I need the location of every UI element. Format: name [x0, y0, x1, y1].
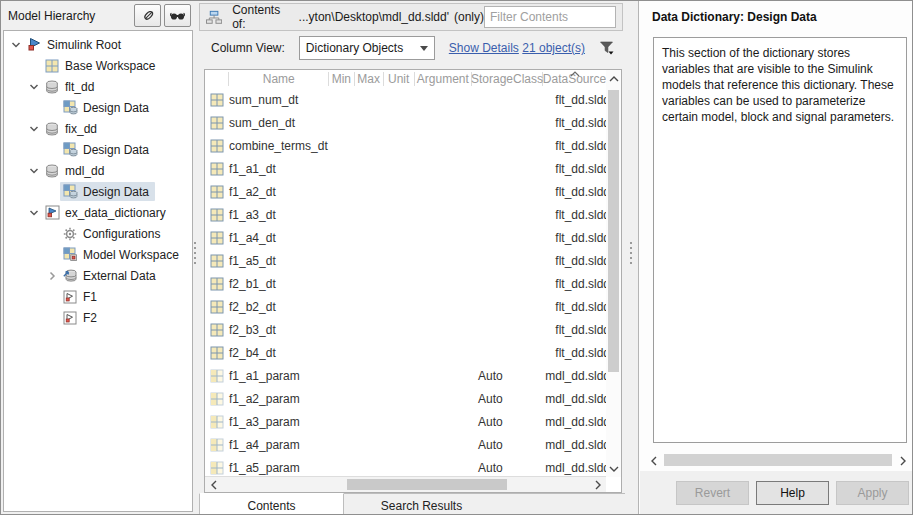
column-header-storageclass[interactable]: StorageClass [472, 72, 543, 86]
scroll-up-icon[interactable] [607, 72, 620, 85]
cell-argument [416, 318, 474, 341]
cell-name: combine_terms_dt [229, 134, 331, 157]
column-header-name[interactable]: Name [229, 72, 329, 86]
chevron-down-icon [420, 46, 428, 51]
tree-item-design-data[interactable]: Design Data [4, 181, 192, 202]
panel-title: Model Hierarchy [8, 9, 131, 23]
table-horizontal-scrollbar[interactable] [205, 476, 606, 492]
column-header-max[interactable]: Max [355, 72, 384, 86]
tree-item-flt-dd[interactable]: flt_dd [4, 76, 192, 97]
tree-item-configurations[interactable]: Configurations [4, 223, 192, 244]
scroll-left-icon[interactable] [207, 478, 220, 491]
gear-icon [62, 226, 78, 242]
cell-max [356, 272, 385, 295]
cell-min [331, 410, 356, 433]
cell-datasource: flt_dd.sldd [548, 157, 606, 180]
tree-item-f1[interactable]: F1 [4, 286, 192, 307]
cell-max [356, 456, 385, 477]
vertical-scroll-thumb[interactable] [608, 90, 619, 372]
table-row[interactable]: sum_num_dtflt_dd.sldd [205, 88, 606, 111]
row-icon-cell [205, 456, 229, 477]
tree-item-ex-data-dictionary[interactable]: ex_data_dictionary [4, 202, 192, 223]
tree-item-model-workspace[interactable]: Model Workspace [4, 244, 192, 265]
chevron-right-icon[interactable] [44, 268, 60, 284]
cell-min [331, 295, 356, 318]
scroll-down-icon[interactable] [607, 462, 620, 475]
cell-max [356, 203, 385, 226]
table-row[interactable]: f2_b1_dtflt_dd.sldd [205, 272, 606, 295]
tree-item-design-data[interactable]: Design Data [4, 139, 192, 160]
tree-item-design-data[interactable]: Design Data [4, 97, 192, 118]
cell-unit [385, 410, 416, 433]
horizontal-scroll-thumb[interactable] [347, 479, 507, 490]
revert-button[interactable]: Revert [676, 481, 749, 505]
cell-name: f1_a2_param [229, 387, 331, 410]
table-row[interactable]: f2_b4_dtflt_dd.sldd [205, 341, 606, 364]
filter-options-button[interactable] [599, 40, 615, 56]
grid-dt-icon [210, 323, 224, 337]
column-header-datasource[interactable]: DataSource [543, 72, 606, 86]
column-header-unit[interactable]: Unit [384, 72, 415, 86]
chevron-down-icon[interactable] [26, 79, 42, 95]
tree-item-simulink-root[interactable]: Simulink Root [4, 34, 192, 55]
tab-contents[interactable]: Contents [199, 493, 344, 515]
chevron-down-icon[interactable] [26, 163, 42, 179]
grid-dt-icon [210, 93, 224, 107]
cell-max [356, 433, 385, 456]
tree-item-fix-dd[interactable]: fix_dd [4, 118, 192, 139]
cell-storageclass [474, 295, 548, 318]
right-splitter-handle[interactable] [629, 242, 633, 264]
cell-unit [385, 203, 416, 226]
show-details-link[interactable]: Show Details [449, 41, 519, 55]
scroll-right-icon[interactable] [896, 454, 909, 467]
tree-item-label: mdl_dd [65, 164, 104, 178]
chevron-down-icon[interactable] [26, 121, 42, 137]
scroll-left-icon[interactable] [647, 454, 660, 467]
table-row[interactable]: f1_a4_dtflt_dd.sldd [205, 226, 606, 249]
apply-button[interactable]: Apply [836, 481, 909, 505]
table-row[interactable]: f1_a2_paramAutomdl_dd.sldd [205, 387, 606, 410]
table-row[interactable]: f1_a4_paramAutomdl_dd.sldd [205, 433, 606, 456]
chevron-down-icon[interactable] [26, 205, 42, 221]
row-icon-cell [205, 88, 229, 111]
column-header-argument[interactable]: Argument [415, 72, 472, 86]
column-view-dropdown[interactable]: Dictionary Objects [299, 36, 435, 60]
cell-storageclass [474, 249, 548, 272]
table-row[interactable]: f1_a3_dtflt_dd.sldd [205, 203, 606, 226]
sort-ascending-icon [570, 69, 580, 80]
tree-item-label: External Data [83, 269, 156, 283]
table-vertical-scrollbar[interactable] [606, 70, 621, 477]
table-row[interactable]: f1_a5_paramAutomdl_dd.sldd [205, 456, 606, 477]
pencil-button[interactable] [134, 4, 161, 27]
table-row[interactable]: f1_a5_dtflt_dd.sldd [205, 249, 606, 272]
cell-min [331, 364, 356, 387]
filter-contents-input[interactable] [484, 6, 616, 28]
row-icon-cell [205, 272, 229, 295]
table-row[interactable]: f2_b2_dtflt_dd.sldd [205, 295, 606, 318]
table-row[interactable]: sum_den_dtflt_dd.sldd [205, 111, 606, 134]
chevron-down-icon[interactable] [8, 37, 24, 53]
horizontal-scroll-thumb[interactable] [664, 454, 892, 466]
scroll-right-icon[interactable] [591, 478, 604, 491]
table-row[interactable]: combine_terms_dtflt_dd.sldd [205, 134, 606, 157]
dialog-horizontal-scrollbar[interactable] [647, 453, 909, 467]
help-button[interactable]: Help [756, 481, 829, 505]
tree-item-base-workspace[interactable]: Base Workspace [4, 55, 192, 76]
tab-search-results[interactable]: Search Results [344, 494, 499, 515]
table-row[interactable]: f1_a3_paramAutomdl_dd.sldd [205, 410, 606, 433]
row-icon-cell [205, 226, 229, 249]
table-row[interactable]: f1_a1_dtflt_dd.sldd [205, 157, 606, 180]
tree-item-external-data[interactable]: External Data [4, 265, 192, 286]
column-header-icon[interactable] [205, 72, 229, 86]
table-row[interactable]: f1_a2_dtflt_dd.sldd [205, 180, 606, 203]
tree-item-label: Configurations [83, 227, 160, 241]
glasses-button[interactable] [164, 4, 191, 27]
table-row[interactable]: f1_a1_paramAutomdl_dd.sldd [205, 364, 606, 387]
tree-item-f2[interactable]: F2 [4, 307, 192, 328]
object-count-link[interactable]: 21 object(s) [522, 41, 585, 55]
cell-name: f1_a2_dt [229, 180, 331, 203]
table-row[interactable]: f2_b3_dtflt_dd.sldd [205, 318, 606, 341]
tree-item-mdl-dd[interactable]: mdl_dd [4, 160, 192, 181]
row-icon-cell [205, 249, 229, 272]
column-header-min[interactable]: Min [329, 72, 354, 86]
